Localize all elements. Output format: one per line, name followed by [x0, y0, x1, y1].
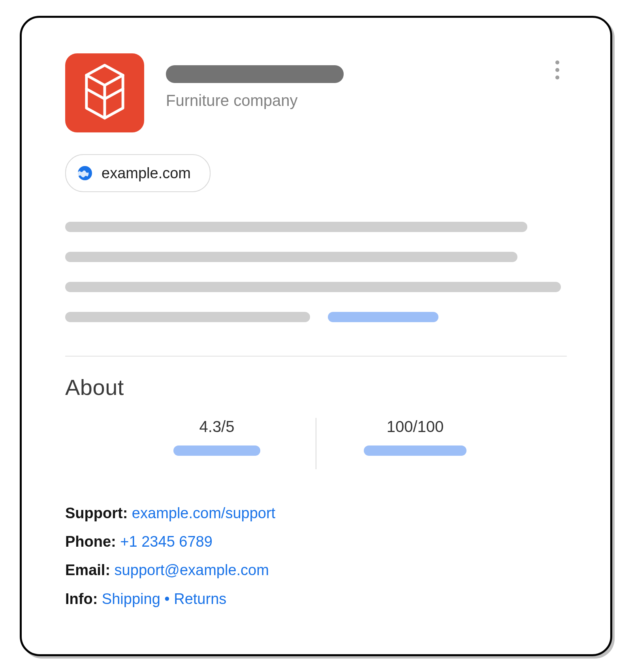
kebab-dot-icon: [555, 76, 559, 79]
business-category: Furniture company: [166, 92, 344, 109]
email-link[interactable]: support@example.com: [115, 562, 269, 578]
returns-link[interactable]: Returns: [174, 591, 226, 607]
support-link[interactable]: example.com/support: [132, 505, 275, 521]
shipping-link[interactable]: Shipping: [102, 591, 160, 607]
info-separator-dot: •: [164, 591, 169, 607]
contact-support-row: Support: example.com/support: [65, 499, 567, 527]
phone-link[interactable]: +1 2345 6789: [120, 533, 213, 550]
stat-rating-value: 4.3/5: [199, 418, 235, 436]
about-heading: About: [65, 374, 567, 400]
stat-rating-link-placeholder[interactable]: [173, 445, 260, 456]
business-profile-card: Furniture company example.com About 4.3: [20, 16, 612, 656]
stat-score-value: 100/100: [387, 418, 444, 436]
card-header: Furniture company: [65, 53, 567, 132]
chair-cube-icon: [81, 62, 128, 123]
placeholder-line: [65, 252, 517, 262]
placeholder-line: [65, 222, 527, 232]
contact-phone-row: Phone: +1 2345 6789: [65, 527, 567, 556]
placeholder-link[interactable]: [328, 312, 438, 322]
info-separator: [170, 591, 174, 607]
kebab-dot-icon: [555, 60, 559, 64]
business-name-redacted: [166, 65, 344, 83]
website-chip[interactable]: example.com: [65, 154, 211, 192]
info-label: Info:: [65, 591, 98, 607]
description-placeholder: [65, 222, 567, 322]
phone-label: Phone:: [65, 533, 116, 550]
about-stats: 4.3/5 100/100: [65, 418, 567, 469]
stat-score: 100/100: [324, 418, 506, 469]
email-label: Email:: [65, 562, 110, 578]
section-divider: [65, 356, 567, 357]
more-options-button[interactable]: [548, 60, 567, 79]
kebab-dot-icon: [555, 68, 559, 72]
contact-section: Support: example.com/support Phone: +1 2…: [65, 499, 567, 613]
svg-marker-0: [87, 65, 123, 85]
website-domain: example.com: [102, 165, 191, 182]
stat-rating: 4.3/5: [126, 418, 308, 469]
globe-icon: [77, 165, 93, 181]
business-logo: [65, 53, 144, 132]
placeholder-line: [65, 312, 310, 322]
vertical-divider: [316, 418, 316, 469]
support-label: Support:: [65, 505, 128, 521]
placeholder-line: [65, 282, 561, 292]
business-name-block: Furniture company: [166, 65, 344, 109]
contact-info-row: Info: Shipping • Returns: [65, 585, 567, 613]
contact-email-row: Email: support@example.com: [65, 556, 567, 584]
stat-score-link-placeholder[interactable]: [364, 445, 466, 456]
